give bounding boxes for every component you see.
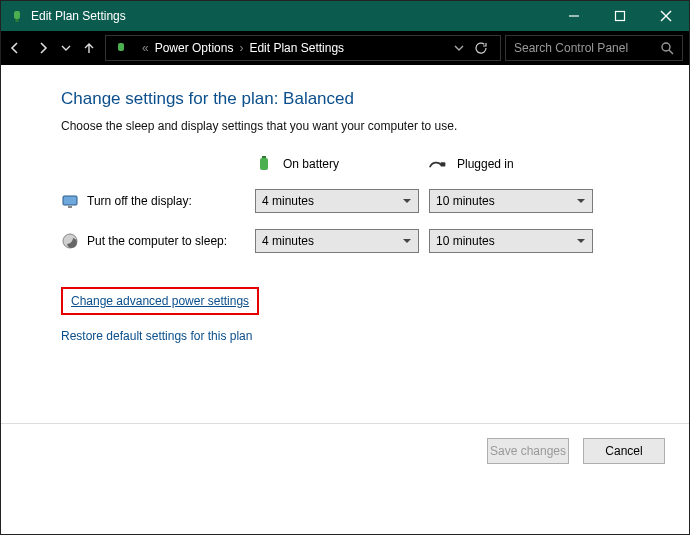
sleep-plugged-combo[interactable]: 10 minutes — [429, 229, 593, 253]
page-subtitle: Choose the sleep and display settings th… — [61, 119, 689, 133]
minimize-button[interactable] — [551, 1, 597, 31]
power-plan-icon — [9, 8, 25, 24]
search-placeholder: Search Control Panel — [514, 41, 660, 55]
display-icon — [61, 192, 79, 210]
nav-up-button[interactable] — [75, 31, 103, 65]
row-turn-off-display-label: Turn off the display: — [87, 194, 192, 208]
links-area: Change advanced power settings Restore d… — [61, 287, 689, 343]
maximize-button[interactable] — [597, 1, 643, 31]
svg-rect-11 — [440, 162, 445, 166]
svg-rect-0 — [14, 11, 20, 19]
svg-rect-10 — [262, 156, 266, 158]
address-right — [454, 41, 494, 55]
content-area: Change settings for the plan: Balanced C… — [1, 65, 689, 534]
cancel-button[interactable]: Cancel — [583, 438, 665, 464]
navbar: « Power Options › Edit Plan Settings Sea… — [1, 31, 689, 65]
nav-forward-button[interactable] — [29, 31, 57, 65]
breadcrumb-edit-plan[interactable]: Edit Plan Settings — [249, 41, 344, 55]
row-turn-off-display: Turn off the display: — [61, 192, 241, 210]
search-input[interactable]: Search Control Panel — [505, 35, 683, 61]
sleep-battery-combo[interactable]: 4 minutes — [255, 229, 419, 253]
display-plugged-value: 10 minutes — [436, 194, 495, 208]
titlebar: Edit Plan Settings — [1, 1, 689, 31]
window: Edit Plan Settings — [0, 0, 690, 535]
restore-defaults-link[interactable]: Restore default settings for this plan — [61, 329, 689, 343]
settings-grid: On battery Plugged in Turn off the dis — [61, 155, 689, 253]
control-panel-icon — [112, 39, 130, 57]
chevron-down-icon[interactable] — [454, 43, 464, 53]
display-plugged-combo[interactable]: 10 minutes — [429, 189, 593, 213]
svg-line-8 — [669, 50, 673, 54]
svg-rect-13 — [68, 206, 72, 208]
chevron-left-icon: « — [142, 41, 149, 55]
advanced-link-highlight: Change advanced power settings — [61, 287, 259, 315]
column-on-battery: On battery — [255, 155, 415, 173]
svg-point-7 — [662, 43, 670, 51]
display-battery-combo[interactable]: 4 minutes — [255, 189, 419, 213]
address-bar[interactable]: « Power Options › Edit Plan Settings — [105, 35, 501, 61]
nav-back-button[interactable] — [1, 31, 29, 65]
plug-icon — [429, 155, 447, 173]
column-on-battery-label: On battery — [283, 157, 339, 171]
footer: Save changes Cancel — [1, 423, 689, 534]
column-plugged-in: Plugged in — [429, 155, 589, 173]
svg-rect-3 — [616, 12, 625, 21]
sleep-plugged-value: 10 minutes — [436, 234, 495, 248]
save-button[interactable]: Save changes — [487, 438, 569, 464]
advanced-power-settings-link[interactable]: Change advanced power settings — [71, 294, 249, 308]
breadcrumb-power-options[interactable]: Power Options — [155, 41, 234, 55]
page-title: Change settings for the plan: Balanced — [61, 89, 689, 109]
row-sleep-label: Put the computer to sleep: — [87, 234, 227, 248]
svg-rect-1 — [16, 19, 19, 22]
battery-icon — [255, 155, 273, 173]
search-icon — [660, 41, 674, 55]
svg-rect-9 — [260, 158, 268, 170]
nav-recent-button[interactable] — [57, 31, 75, 65]
window-controls — [551, 1, 689, 31]
svg-rect-6 — [118, 43, 124, 51]
chevron-right-icon: › — [239, 41, 243, 55]
refresh-icon[interactable] — [474, 41, 488, 55]
column-plugged-in-label: Plugged in — [457, 157, 514, 171]
sleep-icon — [61, 232, 79, 250]
window-title: Edit Plan Settings — [31, 9, 551, 23]
sleep-battery-value: 4 minutes — [262, 234, 314, 248]
display-battery-value: 4 minutes — [262, 194, 314, 208]
close-button[interactable] — [643, 1, 689, 31]
row-sleep: Put the computer to sleep: — [61, 232, 241, 250]
svg-rect-12 — [63, 196, 77, 205]
